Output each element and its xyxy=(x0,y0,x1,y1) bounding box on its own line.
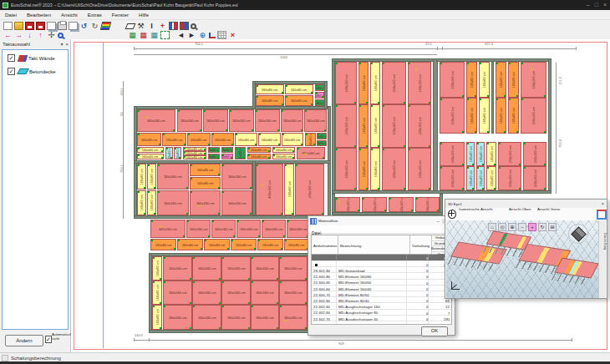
viewport-3d[interactable]: ⌂◎⊕−+↻⊞ xyxy=(446,220,600,298)
viewport-tool-icon[interactable]: ⊞ xyxy=(548,223,557,231)
support-column-icon[interactable]: I xyxy=(147,22,156,30)
slab-cell[interactable]: 160x160 cm xyxy=(157,164,189,190)
slab-cell[interactable]: 160x80 cm xyxy=(479,62,490,98)
checkbox-icon[interactable]: ✓ xyxy=(45,336,52,343)
slab-cell[interactable]: 160x160 cm xyxy=(192,305,221,330)
slab-cell[interactable]: 160x80 cm xyxy=(137,190,146,215)
open-file-icon[interactable] xyxy=(14,22,23,30)
slab-cell[interactable]: 160x40 cm xyxy=(466,166,475,190)
slab-cell[interactable]: 160x80 cm xyxy=(508,98,519,134)
table-row[interactable]: 22-300-75MD-Element 80/6004 xyxy=(312,321,451,325)
slab-cell[interactable]: 80x60 cm xyxy=(315,84,324,91)
slab-cell[interactable]: 160x160 cm xyxy=(163,305,192,330)
tree-item[interactable]: ✓Takt Wände xyxy=(8,53,68,63)
slab-cell[interactable]: 160x40 cm xyxy=(476,166,485,190)
slab-cell[interactable]: 160x160 cm xyxy=(440,166,465,190)
angle-icon[interactable] xyxy=(209,33,216,38)
slab-cell[interactable]: 160x80 cm xyxy=(479,98,490,134)
slab-cell[interactable]: 160x160 cm xyxy=(281,109,303,132)
slab-cell[interactable]: 160x80 cm xyxy=(496,98,506,134)
slab-cell[interactable]: 160x80 cm xyxy=(370,62,380,104)
slab-cell[interactable]: 160x160 cm xyxy=(382,104,406,148)
redo-icon[interactable]: ↻ xyxy=(90,22,99,30)
auto-visible-checkbox[interactable]: ✓ Automatisch sicht xyxy=(45,333,70,348)
slab-cell[interactable]: 80x60 cm xyxy=(221,154,233,159)
viewport-tool-icon[interactable]: ↻ xyxy=(538,223,546,231)
table-row[interactable]: 22-300-65MD-Element 160/60029 xyxy=(312,273,451,279)
slab-cell[interactable]: 160x80 cm xyxy=(137,164,146,190)
3d-layers-icon[interactable] xyxy=(100,22,111,30)
slab-cell[interactable]: 160x160 cm xyxy=(440,98,465,134)
slab-cell[interactable]: 160x160 cm xyxy=(408,104,431,148)
formwork-icon[interactable] xyxy=(180,22,189,30)
slab-cell[interactable]: 160x80 cm xyxy=(211,133,234,146)
slab-cell[interactable]: 160x160 cm xyxy=(229,109,254,132)
window-control[interactable]: □ xyxy=(595,0,598,10)
nav-cube[interactable] xyxy=(568,224,588,244)
slab-cell[interactable]: 160x80 cm xyxy=(272,154,295,159)
pan-left-icon[interactable]: ← xyxy=(3,31,13,39)
slab-cell[interactable]: 160x160 cm xyxy=(335,104,357,148)
change-button[interactable]: Ändern xyxy=(5,335,43,346)
slab-cell[interactable]: 160x80 cm xyxy=(152,305,162,330)
move-icon[interactable]: ✢ xyxy=(47,31,56,39)
slab-cell[interactable]: 160x80 cm xyxy=(190,177,221,190)
checkbox-icon[interactable]: ✓ xyxy=(8,68,15,75)
slab-cell[interactable]: 160x160 cm xyxy=(221,164,252,190)
table-row[interactable]: 22-300-60MD-Element 160/4006 xyxy=(312,280,451,286)
viewer-close-icon[interactable]: × xyxy=(601,201,604,206)
menu-item-bearbeiten[interactable]: Bearbeiten xyxy=(22,13,56,18)
slab-cell[interactable]: 160x160 cm xyxy=(163,256,192,281)
slab-cell[interactable]: 160x80 cm xyxy=(256,84,284,94)
slab-cell[interactable]: 160x80 cm xyxy=(305,133,316,146)
slab-cell[interactable]: 160x160 cm xyxy=(389,197,414,212)
menu-item-fenster[interactable]: Fenster xyxy=(107,13,134,18)
slab-cell[interactable]: 160x160 cm xyxy=(362,197,387,212)
slab-cell[interactable]: 160x80 cm xyxy=(147,190,156,215)
grid-icon[interactable] xyxy=(217,31,226,39)
viewer-button-ansicht-vorne[interactable]: Ansicht Vorne xyxy=(537,207,560,211)
slab-cell[interactable]: 160x80 cm xyxy=(370,148,380,190)
menu-item-extras[interactable]: Extras xyxy=(83,13,107,18)
slab-cell[interactable]: 160x160 cm xyxy=(221,305,251,330)
slab-cell[interactable]: 80x60 cm xyxy=(208,154,220,159)
new-file-icon[interactable] xyxy=(3,22,13,30)
slab-cell[interactable]: 160x80 cm xyxy=(137,133,161,146)
slab-cell[interactable]: 160x80 cm xyxy=(152,281,162,305)
viewport-tool-icon[interactable]: − xyxy=(518,223,526,231)
save-as-icon[interactable] xyxy=(36,22,45,30)
slab-cell[interactable]: 80x60 cm xyxy=(315,99,324,106)
window-controls[interactable]: –□× xyxy=(587,0,607,10)
slab-cell[interactable]: 80x60 cm xyxy=(317,133,327,139)
menu-item-ansicht[interactable]: Ansicht xyxy=(56,13,83,18)
selection-area-icon[interactable] xyxy=(160,31,170,39)
slab-cell[interactable]: 160x80 cm xyxy=(247,147,271,153)
slab-cell[interactable]: 160x80 cm xyxy=(370,104,380,148)
slab-cell[interactable]: 160x160 cm xyxy=(408,148,431,190)
slab-cell[interactable]: 160x160 cm xyxy=(287,220,309,238)
slab-cell[interactable]: 160x160 cm xyxy=(192,281,221,305)
slab-cell[interactable]: 80x60 cm xyxy=(208,147,220,153)
slab-cell[interactable]: 160x160 cm xyxy=(498,142,521,166)
slab-cell[interactable]: 160x80 cm xyxy=(177,239,203,250)
slab-cell[interactable]: 160x160 cm xyxy=(221,256,251,281)
slab-cell[interactable]: 160x40 cm xyxy=(165,147,173,159)
viewport-tool-icon[interactable]: ◎ xyxy=(498,223,506,231)
slab-cell[interactable]: 160x160 cm xyxy=(163,281,192,305)
slab-cell[interactable]: 160x80 cm xyxy=(285,84,313,94)
slab-cell[interactable]: 160x80 cm xyxy=(152,256,162,281)
slab-cell[interactable]: 160x80 cm xyxy=(258,133,281,146)
slab-cell[interactable]: 160x80 cm xyxy=(235,133,257,146)
slab-cell[interactable]: 160x80 cm xyxy=(358,104,369,148)
slab-cell[interactable]: 160x60 cm xyxy=(137,147,164,153)
viewport-tool-icon[interactable]: ⊕ xyxy=(508,223,516,231)
slab-cell[interactable]: 160x80 cm xyxy=(183,155,206,159)
table-row[interactable]: 22-300-70MD-Element 80/5003 xyxy=(312,286,451,291)
table-sum-row[interactable]: Movo0809 xyxy=(312,255,451,261)
slab-table-icon[interactable]: ▦ xyxy=(128,31,137,39)
print-icon[interactable] xyxy=(58,22,67,30)
circle-snap-icon[interactable]: ⊕ xyxy=(198,31,207,39)
window-control[interactable]: – xyxy=(587,0,590,10)
checkbox-icon[interactable]: ✓ xyxy=(8,54,15,62)
copy-icon[interactable] xyxy=(47,22,56,30)
